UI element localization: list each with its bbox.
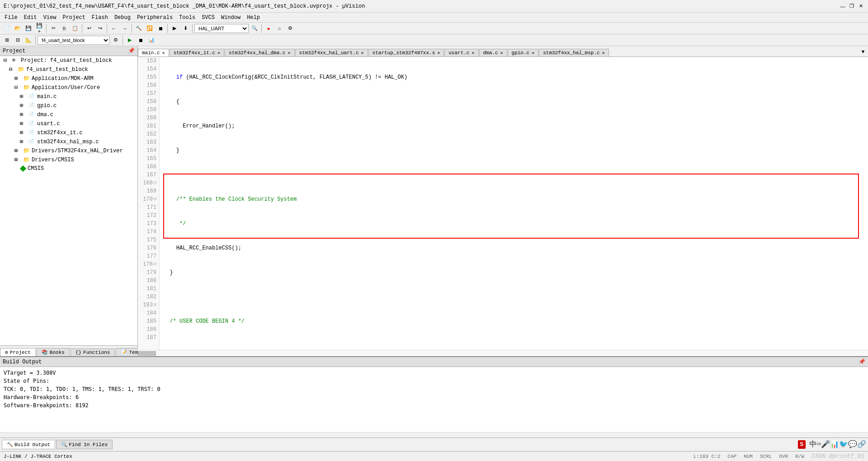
tree-user-core[interactable]: ⊟ Application/User/Core [0,83,137,92]
status-ovr: OVR [779,454,788,459]
minimize-btn[interactable]: — [839,3,846,10]
tree-it-c[interactable]: ⊞ stm32f4xx_it.c [0,128,137,137]
expand-icon-7: ⊞ [20,120,27,127]
save-btn[interactable]: 💾 [24,24,33,33]
tree-gpio-c[interactable]: ⊞ gpio.c [0,101,137,110]
menu-flash[interactable]: Flash [89,14,111,22]
tab-overflow-btn[interactable]: ▼ [858,47,868,56]
editor-tab-it[interactable]: stm32f4xx_it.c ✕ [170,49,224,56]
debug-btn[interactable]: ▶ [170,24,179,33]
tree-usart-c[interactable]: ⊞ usart.c [0,119,137,128]
breakpoint-btn[interactable]: ● [264,24,274,33]
status-caps: CAP [727,454,736,459]
clear-bp-btn[interactable]: ○ [274,24,284,33]
redo-btn[interactable]: ↪ [95,24,105,33]
function-selector[interactable]: HAL_UART [194,24,249,33]
stop-btn[interactable]: ⏹ [156,24,165,33]
tb2-btn3[interactable]: 📐 [24,35,33,45]
step-btn[interactable]: ⬇ [180,24,190,33]
open-btn[interactable]: 📂 [13,24,23,33]
menu-help[interactable]: Help [244,14,263,22]
menu-file[interactable]: File [2,14,20,22]
editor-tab-startup[interactable]: startup_stm32f407xx.s ✕ [368,49,444,56]
tab-project[interactable]: ⚙ Project [0,348,36,356]
undo-btn[interactable]: ↩ [84,24,94,33]
tb2-settings-btn[interactable]: ⚙ [111,35,121,45]
nav-fwd-btn[interactable]: → [120,24,130,33]
tab-hal-dma-close[interactable]: ✕ [288,50,291,56]
rebuild-btn[interactable]: 🔁 [145,24,155,33]
menu-peripherals[interactable]: Peripherals [134,14,175,22]
status-bar: J-LINK / J-TRACE Cortex L:183 C:2 CAP NU… [0,451,868,461]
tab-startup-close[interactable]: ✕ [437,50,440,56]
settings-btn[interactable]: ⚙ [285,24,295,33]
menu-window[interactable]: Window [218,14,243,22]
paste-btn[interactable]: 📋 [70,24,80,33]
tab-books[interactable]: 📚 Books [37,348,70,356]
menu-debug[interactable]: Debug [112,14,133,22]
tree-f4-block[interactable]: ⊟ f4_usart_test_block [0,65,137,74]
editor-tab-dma[interactable]: dma.c ✕ [479,49,507,56]
tab-hal-uart-close[interactable]: ✕ [361,50,364,56]
editor-tab-hal-uart[interactable]: stm32f4xx_hal_uart.c ✕ [295,49,368,56]
tree-cmsis[interactable]: CMSIS [0,165,137,173]
cut-btn[interactable]: ✂ [48,24,58,33]
save-all-btn[interactable]: 💾+ [34,24,44,33]
menu-edit[interactable]: Edit [21,14,40,22]
menu-view[interactable]: View [41,14,59,22]
tab-hal-dma-label: stm32f4xx_hal_dma.c [229,50,285,56]
tree-dma-label: dma.c [37,112,53,118]
tree-dma-c[interactable]: ⊞ dma.c [0,110,137,119]
status-num: NUM [744,454,753,459]
menu-tools[interactable]: Tools [176,14,198,22]
search-btn[interactable]: 🔍 [250,24,259,33]
tab-msp-close[interactable]: ✕ [602,50,605,56]
build-scrollbar[interactable] [0,432,868,437]
editor-tab-usart[interactable]: usart.c ✕ [444,49,478,56]
tab-gpio-close[interactable]: ✕ [532,50,534,56]
expand-icon-10: ⊞ [14,147,22,155]
tab-main-c-close[interactable]: ✕ [162,50,165,56]
file-icon-6 [28,138,36,146]
tab-it-close[interactable]: ✕ [217,50,220,56]
csdn-branding: S 中⌨🎤📊🐦💬🔗 [798,440,866,449]
editor-tab-hal-dma[interactable]: stm32f4xx_hal_dma.c ✕ [225,49,294,56]
tree-drivers-hal[interactable]: ⊞ Drivers/STM32F4xx_HAL_Driver [0,146,137,155]
tree-drivers-cmsis[interactable]: ⊞ Drivers/CMSIS [0,155,137,165]
code-editor[interactable]: 153 154 155 156 157 158 159 160 161 162 … [138,57,868,350]
maximize-btn[interactable]: ❐ [848,3,855,10]
sep8 [35,36,36,45]
tb2-btn2[interactable]: ⊟ [13,35,23,45]
project-panel-pin[interactable]: 📌 [128,47,135,54]
tab-dma-close[interactable]: ✕ [500,50,503,56]
editor-tab-msp[interactable]: stm32f4xx_hal_msp.c ✕ [539,49,609,56]
new-btn[interactable]: 📄 [2,24,12,33]
editor-tab-main-c[interactable]: main.c ✕ [138,49,169,56]
tb2-btn1[interactable]: ⊞ [2,35,12,45]
editor-tab-gpio[interactable]: gpio.c ✕ [508,49,539,56]
status-right: L:183 C:2 CAP NUM SCRL OVR R/W CSDN @pri… [693,453,864,460]
copy-btn[interactable]: ⎘ [59,24,69,33]
tab-usart-close[interactable]: ✕ [472,50,474,56]
tree-mdk-arm[interactable]: ⊞ Application/MDK-ARM [0,74,137,83]
tab-functions[interactable]: {} Functions [71,348,115,356]
tb2-stop-btn[interactable]: ⏹ [136,35,146,45]
tree-msp-c[interactable]: ⊞ stm32f4xx_hal_msp.c [0,137,137,146]
diamond-icon [20,165,26,172]
build-header-pin[interactable]: 📌 [859,358,865,365]
tb2-extra1[interactable]: 📊 [146,35,156,45]
menu-project[interactable]: Project [60,14,88,22]
target-selector[interactable]: f4_usart_test_block [38,36,110,45]
bot-tab-find[interactable]: 🔍 Find In Files [56,440,113,449]
h-scroll-thumb[interactable] [138,351,156,356]
close-btn[interactable]: ✕ [857,3,864,10]
tree-root[interactable]: ⊟ Project: f4_usart_test_block [0,56,137,65]
menu-svcs[interactable]: SVCS [199,14,217,22]
code-content[interactable]: if (HAL_RCC_ClockConfig(&RCC_ClkInitStru… [160,57,868,350]
nav-back-btn[interactable]: ← [109,24,119,33]
h-scrollbar[interactable] [138,350,868,356]
tb2-run-btn[interactable]: ▶ [125,35,135,45]
build-btn[interactable]: 🔨 [134,24,144,33]
tree-main-c[interactable]: ⊞ main.c [0,92,137,101]
bot-tab-build[interactable]: 🔨 Build Output [2,440,55,449]
